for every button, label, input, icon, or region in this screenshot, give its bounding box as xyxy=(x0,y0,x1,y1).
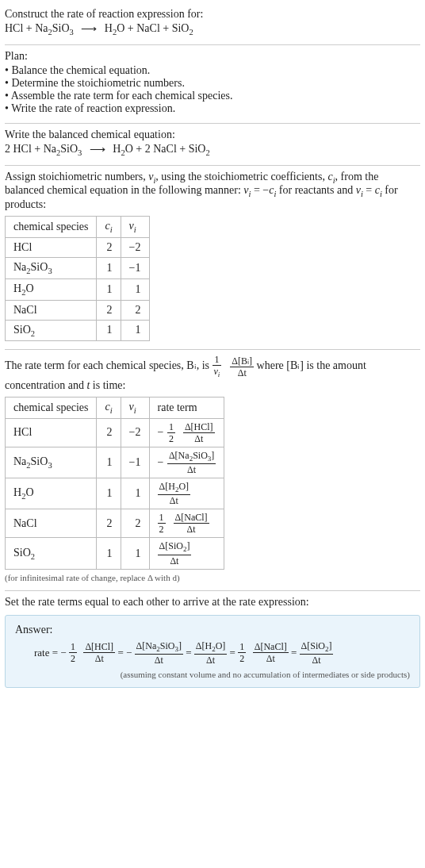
reaction-arrow-icon: ⟶ xyxy=(90,143,105,156)
frac-num: 1 xyxy=(158,513,166,523)
reaction-arrow-icon: ⟶ xyxy=(81,22,97,36)
rate-intro-text: is time: xyxy=(90,379,125,391)
frac-den: Δt xyxy=(253,652,289,663)
answer-box: Answer: rate = − 12 Δ[HCl]Δt = − Δ[Na2Si… xyxy=(5,615,420,688)
table-header-row: chemical species ci νi rate term xyxy=(6,397,224,418)
cell-vi: 1 xyxy=(121,538,149,569)
plan-item: Determine the stoichiometric numbers. xyxy=(5,77,420,90)
cell-ci: 1 xyxy=(97,447,121,478)
frac-den: 2 xyxy=(238,652,246,663)
col-ci: ci xyxy=(97,217,121,238)
col-ci: ci xyxy=(97,397,121,418)
unbalanced-equation: HCl + Na2SiO3 ⟶ H2O + NaCl + SiO2 xyxy=(5,22,420,36)
plan-item: Assemble the rate term for each chemical… xyxy=(5,90,420,102)
rate-intro: The rate term for each chemical species,… xyxy=(5,355,420,391)
cell-ci: 2 xyxy=(97,237,121,257)
frac-den: Δt xyxy=(158,494,191,505)
equals: = xyxy=(291,647,300,659)
delta-fraction: Δ[NaCl]Δt xyxy=(253,642,289,663)
cell-ci: 2 xyxy=(97,509,121,538)
products: H2O + NaCl + SiO2 xyxy=(105,22,193,34)
frac-num: Δ[NaCl] xyxy=(253,642,289,652)
delta-fraction: Δ[NaCl]Δt xyxy=(174,513,209,534)
table-row: Na2SiO3 1 −1 xyxy=(6,257,150,278)
frac-den: Δt xyxy=(230,367,254,378)
frac-den: Δt xyxy=(300,654,334,665)
frac-den: Δt xyxy=(194,654,228,665)
infinitesimal-note: (for infinitesimal rate of change, repla… xyxy=(5,573,420,582)
delta-fraction: Δ[SiO2]Δt xyxy=(158,541,192,565)
frac-num: Δ[Na2SiO3] xyxy=(167,451,216,463)
cell-ci: 1 xyxy=(97,320,121,341)
delta-fraction: Δ[Na2SiO3]Δt xyxy=(167,451,216,474)
cell-ci: 1 xyxy=(97,478,121,509)
equals: = − xyxy=(117,647,132,659)
plan-item: Balance the chemical equation. xyxy=(5,64,420,77)
cell-vi: −2 xyxy=(121,418,149,447)
cell-species: H2O xyxy=(6,278,97,300)
frac-num: Δ[H2O] xyxy=(158,482,191,494)
cell-rate: 12 Δ[NaCl]Δt xyxy=(149,509,224,538)
frac-den: 2 xyxy=(158,523,166,534)
frac-num: Δ[SiO2] xyxy=(300,641,334,654)
rate-term-block: The rate term for each chemical species,… xyxy=(5,350,420,590)
cell-species: Na2SiO3 xyxy=(6,447,97,478)
equals: = xyxy=(186,647,194,659)
table-row: HCl 2 −2 − 12 Δ[HCl]Δt xyxy=(6,418,224,447)
col-vi: νi xyxy=(121,397,149,418)
cell-species: HCl xyxy=(6,418,97,447)
frac-den: 2 xyxy=(69,652,77,663)
table-row: NaCl 2 2 xyxy=(6,300,150,320)
delta-fraction: Δ[Na2SiO3]Δt xyxy=(135,641,183,665)
table-row: HCl 2 −2 xyxy=(6,237,150,257)
cell-vi: 1 xyxy=(121,320,149,341)
table-row: H2O 1 1 Δ[H2O]Δt xyxy=(6,478,224,509)
rate-expression: rate = − 12 Δ[HCl]Δt = − Δ[Na2SiO3]Δt = … xyxy=(15,641,410,665)
cell-rate: Δ[SiO2]Δt xyxy=(149,538,224,569)
cell-rate: − 12 Δ[HCl]Δt xyxy=(149,418,224,447)
frac-num: 1 xyxy=(167,422,175,432)
cell-vi: 1 xyxy=(121,478,149,509)
plan-list: Balance the chemical equation. Determine… xyxy=(5,64,420,115)
cell-vi: 1 xyxy=(121,278,149,300)
intro-block: Construct the rate of reaction expressio… xyxy=(5,3,420,44)
cell-vi: 2 xyxy=(121,509,149,538)
final-block: Set the rate terms equal to each other t… xyxy=(5,591,420,696)
cell-vi: −2 xyxy=(121,237,149,257)
cell-species: SiO2 xyxy=(6,538,97,569)
rate-term-table: chemical species ci νi rate term HCl 2 −… xyxy=(5,397,224,570)
frac-den: 2 xyxy=(167,432,175,444)
stoich-intro: Assign stoichiometric numbers, νi, using… xyxy=(5,171,420,212)
frac-num: Δ[Bᵢ] xyxy=(230,356,254,367)
final-intro: Set the rate terms equal to each other t… xyxy=(5,596,420,609)
cell-ci: 1 xyxy=(97,257,121,278)
half-fraction: 12 xyxy=(69,642,77,663)
balanced-products: H2O + 2 NaCl + SiO2 xyxy=(113,143,209,155)
frac-den: Δt xyxy=(167,463,216,474)
balanced-heading: Write the balanced chemical equation: xyxy=(5,129,420,141)
cell-vi: −1 xyxy=(121,447,149,478)
delta-fraction: Δ[H2O]Δt xyxy=(194,641,228,665)
intro-line: Construct the rate of reaction expressio… xyxy=(5,8,420,21)
cell-vi: 2 xyxy=(121,300,149,320)
cell-rate: − Δ[Na2SiO3]Δt xyxy=(149,447,224,478)
col-rate: rate term xyxy=(149,397,224,418)
cell-species: Na2SiO3 xyxy=(6,257,97,278)
delta-fraction: Δ[SiO2]Δt xyxy=(300,641,334,665)
half-fraction: 12 xyxy=(158,513,166,534)
frac-den: Δt xyxy=(183,432,215,444)
col-species: chemical species xyxy=(6,217,97,238)
cell-ci: 2 xyxy=(97,300,121,320)
frac-den: νi xyxy=(212,365,222,378)
plan-item: Write the rate of reaction expression. xyxy=(5,102,420,115)
plan-block: Plan: Balance the chemical equation. Det… xyxy=(5,45,420,123)
col-species: chemical species xyxy=(6,397,97,418)
frac-num: Δ[HCl] xyxy=(183,422,215,432)
frac-den: Δt xyxy=(174,523,209,534)
frac-den: Δt xyxy=(135,654,183,665)
minus-sign: − xyxy=(158,426,164,438)
frac-num: Δ[NaCl] xyxy=(174,513,209,523)
answer-note: (assuming constant volume and no accumul… xyxy=(15,670,410,679)
col-vi: νi xyxy=(121,217,149,238)
frac-num: Δ[Na2SiO3] xyxy=(135,641,183,654)
